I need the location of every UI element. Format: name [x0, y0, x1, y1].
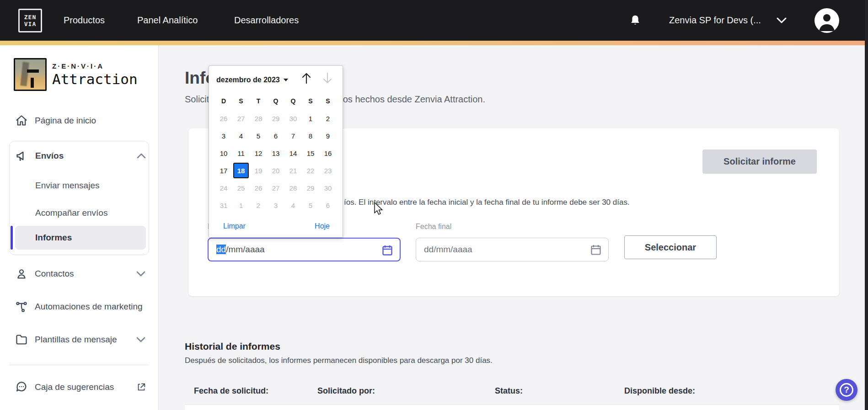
calendar-day[interactable]: 14	[284, 144, 302, 162]
sidebar-item-label: Envíos	[35, 151, 64, 161]
calendar-day[interactable]: 24	[215, 179, 232, 197]
sidebar-item-label: Enviar mensajes	[35, 181, 99, 191]
user-avatar[interactable]	[814, 8, 839, 33]
sidebar-item-caja-de-sugerencias[interactable]: Caja de sugerencias	[0, 377, 159, 397]
clear-link[interactable]: Limpar	[223, 220, 246, 232]
zenvia-logo-text-1: ZEN	[24, 14, 36, 20]
nav-item-desarrolladores[interactable]: Desarrolladores	[234, 0, 299, 41]
logo-brand-text: Z·E·N·V·I·A	[52, 62, 138, 70]
notifications-bell-icon[interactable]	[628, 14, 642, 27]
calendar-day[interactable]: 5	[302, 197, 319, 214]
calendar-day[interactable]: 16	[319, 144, 337, 162]
nav-item-productos[interactable]: Productos	[64, 0, 105, 41]
sidebar-item-label: Informes	[35, 233, 72, 243]
start-date-input[interactable]: dd/mm/aaaa	[208, 238, 401, 261]
calendar-day[interactable]: 3	[267, 197, 284, 214]
history-column-disponible-desde: Disponible desde:	[624, 386, 695, 396]
nav-item-label: Productos	[64, 15, 105, 26]
weekday-label: S	[302, 92, 319, 110]
calendar-day[interactable]: 7	[284, 127, 302, 144]
date-segment-rest: /mm/aaaa	[226, 245, 264, 254]
nav-item-panel-analitico[interactable]: Panel Analítico	[137, 0, 198, 41]
calendar-day[interactable]: 25	[232, 179, 250, 197]
request-report-button[interactable]: Solicitar informe	[702, 149, 817, 174]
month-dropdown-caret-icon	[284, 79, 288, 81]
calendar-day[interactable]: 22	[302, 162, 319, 179]
selected-date-segment: dd	[216, 245, 226, 254]
calendar-day[interactable]: 4	[232, 127, 250, 144]
calendar-day[interactable]: 15	[302, 144, 319, 162]
calendar-day[interactable]: 10	[215, 144, 232, 162]
calendar-grid: DSTQQSS262728293012345678910111213141516…	[215, 92, 337, 214]
attraction-logo[interactable]: Z·E·N·V·I·A Attraction	[14, 58, 138, 91]
calendar-day[interactable]: 5	[250, 127, 267, 144]
calendar-day[interactable]: 8	[302, 127, 319, 144]
calendar-day[interactable]: 29	[267, 110, 284, 127]
previous-month-arrow-up-icon[interactable]	[300, 71, 314, 87]
calendar-day[interactable]: 26	[215, 110, 232, 127]
megaphone-icon	[16, 149, 28, 162]
history-table-row	[185, 404, 839, 410]
today-link[interactable]: Hoje	[315, 220, 330, 232]
sidebar-item-informes[interactable]: Informes	[15, 226, 146, 250]
sidebar-item-pagina-de-inicio[interactable]: Página de inicio	[0, 111, 159, 131]
calendar-day[interactable]: 12	[250, 144, 267, 162]
sidebar-item-plantillas[interactable]: Plantillas de mensaje	[0, 330, 159, 350]
sidebar-item-automaciones[interactable]: Automaciones de marketing	[0, 297, 159, 317]
attraction-logo-image	[14, 58, 47, 91]
sidebar-group-envios: Envíos Enviar mensajes Acompañar envíos …	[9, 141, 149, 255]
calendar-day[interactable]: 11	[232, 144, 250, 162]
history-column-status: Status:	[495, 386, 523, 396]
folder-icon	[15, 333, 28, 346]
calendar-day[interactable]: 9	[319, 127, 337, 144]
help-button[interactable]: ?	[836, 379, 857, 401]
calendar-day[interactable]: 20	[267, 162, 284, 179]
calendar-day[interactable]: 19	[250, 162, 267, 179]
calendar-day[interactable]: 17	[215, 162, 232, 179]
next-month-arrow-down-icon[interactable]	[321, 71, 335, 87]
calendar-day[interactable]: 3	[215, 127, 232, 144]
sidebar-item-acompanar-envios[interactable]: Acompañar envíos	[35, 206, 107, 220]
account-chevron-down-icon[interactable]	[777, 17, 787, 24]
calendar-day[interactable]: 6	[319, 197, 337, 214]
calendar-day[interactable]: 21	[284, 162, 302, 179]
account-switcher[interactable]: Zenvia SP for Devs (...	[669, 0, 761, 41]
select-dates-button[interactable]: Seleccionar	[624, 235, 717, 259]
calendar-day[interactable]: 1	[302, 110, 319, 127]
chevron-down-icon	[136, 337, 145, 342]
calendar-day[interactable]: 26	[250, 179, 267, 197]
calendar-day[interactable]: 2	[319, 110, 337, 127]
sidebar-item-envios[interactable]: Envíos	[10, 149, 150, 163]
month-label: dezembro de 2023	[216, 76, 280, 84]
calendar-day[interactable]: 28	[250, 110, 267, 127]
zenvia-logo-icon[interactable]: ZEN VIA	[18, 9, 42, 32]
calendar-day[interactable]: 27	[267, 179, 284, 197]
sidebar-item-enviar-mensajes[interactable]: Enviar mensajes	[35, 179, 99, 192]
calendar-day[interactable]: 30	[284, 110, 302, 127]
sidebar-item-contactos[interactable]: Contactos	[0, 264, 159, 284]
calendar-day[interactable]: 23	[319, 162, 337, 179]
calendar-day[interactable]: 13	[267, 144, 284, 162]
calendar-day[interactable]: 6	[267, 127, 284, 144]
window-scrollbar[interactable]	[865, 0, 868, 410]
calendar-day[interactable]: 28	[284, 179, 302, 197]
calendar-day[interactable]: 27	[232, 110, 250, 127]
calendar-picker-icon[interactable]	[591, 245, 601, 255]
nav-item-label: Panel Analítico	[137, 15, 198, 26]
calendar-picker-icon[interactable]	[382, 245, 392, 256]
zenvia-logo-text-2: VIA	[24, 21, 36, 27]
calendar-day[interactable]: 29	[302, 179, 319, 197]
automation-branch-icon	[15, 300, 28, 313]
calendar-day[interactable]: 2	[250, 197, 267, 214]
calendar-day[interactable]: 4	[284, 197, 302, 214]
calendar-day[interactable]: 30	[319, 179, 337, 197]
calendar-day[interactable]: 1	[232, 197, 250, 214]
calendar-day-selected[interactable]: 18	[233, 163, 249, 178]
chevron-down-icon	[136, 271, 145, 277]
calendar-day[interactable]: 31	[215, 197, 232, 214]
month-selector[interactable]: dezembro de 2023	[216, 73, 288, 87]
sidebar-item-label: Acompañar envíos	[35, 208, 107, 218]
history-subtitle: Después de solicitados, los informes per…	[185, 356, 493, 365]
end-date-input[interactable]: dd/mm/aaaa	[416, 238, 609, 261]
weekday-label: S	[319, 92, 337, 110]
